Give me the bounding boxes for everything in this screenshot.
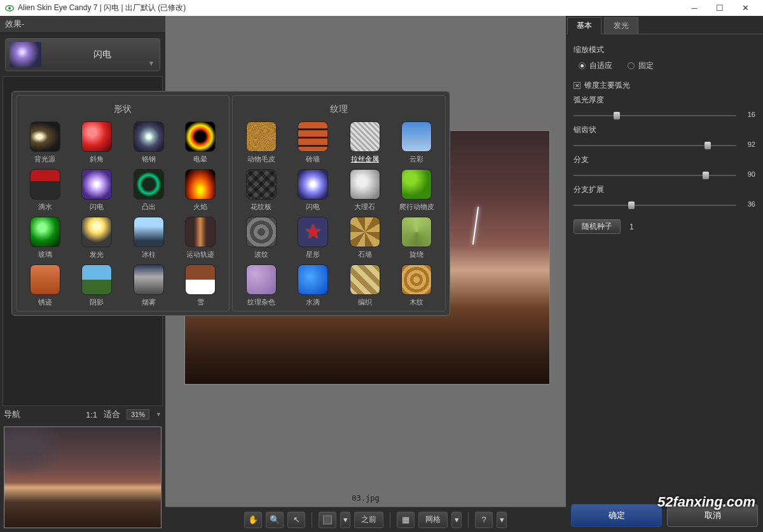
effect-ripple[interactable]: 波纹 — [237, 217, 286, 259]
effect-drip[interactable]: 滴水 — [20, 169, 70, 212]
tab-basic[interactable]: 基本 — [567, 17, 601, 34]
effect-label: 发光 — [90, 250, 104, 259]
effect-label: 拉丝金属 — [351, 154, 379, 164]
effect-swirl[interactable]: 旋绕 — [392, 217, 442, 259]
bevel-icon — [81, 121, 112, 152]
nav-label: 导航 — [4, 409, 20, 420]
effect-label: 电晕 — [193, 154, 207, 164]
effect-reptile[interactable]: 爬行动物皮 — [392, 169, 442, 212]
effect-selector[interactable]: 闪电 ▼ — [5, 38, 160, 71]
effect-diamond[interactable]: 花纹板 — [237, 169, 286, 212]
effect-rust[interactable]: 锈迹 — [20, 264, 70, 307]
effect-label: 雪 — [197, 297, 204, 307]
slider-arc-thickness[interactable]: 16 — [574, 111, 755, 121]
navigator-thumbnail[interactable] — [4, 426, 162, 528]
zoom-tool[interactable]: 🔍 — [266, 512, 284, 528]
slider-jagged[interactable]: 92 — [574, 140, 755, 151]
effect-cloud[interactable]: 云彩 — [392, 121, 442, 164]
effect-glass[interactable]: 玻璃 — [20, 217, 70, 259]
drip-icon — [30, 169, 60, 200]
weave-icon — [350, 264, 380, 295]
random-seed-button[interactable]: 随机种子 — [574, 219, 621, 234]
grid-toggle[interactable]: ▦ — [397, 512, 415, 528]
effect-label: 滴水 — [38, 202, 52, 212]
seed-value[interactable]: 1 — [629, 222, 634, 231]
effect-noise[interactable]: 纹理杂色 — [237, 264, 286, 307]
slider-branch[interactable]: 90 — [574, 170, 755, 181]
effect-metal[interactable]: 拉丝金属 — [340, 121, 390, 164]
effect-glow[interactable]: 发光 — [72, 217, 122, 259]
zoom-select[interactable]: 31% — [127, 409, 149, 419]
noise-icon — [246, 264, 277, 295]
marble-icon — [350, 169, 380, 200]
radio-fit[interactable]: 自适应 — [579, 60, 612, 71]
hand-tool[interactable]: ✋ — [244, 512, 262, 528]
window-title: Alien Skin Eye Candy 7 | 闪电 | 出厂默认 (已修改) — [18, 3, 186, 13]
background-color[interactable] — [319, 512, 336, 528]
corona-icon — [185, 121, 216, 152]
effect-label: 烟雾 — [142, 297, 156, 307]
settings-panel: 基本 发光 缩放模式 自适应 固定 ✕锥度主要弧光 弧光厚度 16 锯齿状 92… — [566, 16, 763, 532]
metal-icon — [350, 121, 380, 152]
cloud-icon — [401, 121, 432, 152]
effect-weave[interactable]: 编织 — [340, 264, 390, 307]
minimize-button[interactable]: ─ — [682, 3, 707, 13]
nav-fit[interactable]: 适合 — [104, 409, 120, 420]
effect-label: 云彩 — [409, 154, 423, 164]
before-button[interactable]: 之前 — [354, 512, 383, 528]
lightning-icon — [10, 42, 41, 67]
fire-icon — [185, 169, 216, 200]
background-menu[interactable]: ▾ — [340, 512, 350, 528]
nav-ratio[interactable]: 1:1 — [86, 410, 97, 419]
close-button[interactable]: ✕ — [732, 3, 758, 13]
checkbox-taper[interactable]: ✕锥度主要弧光 — [574, 80, 755, 91]
diamond-icon — [246, 169, 277, 200]
zoom-chevron-icon[interactable]: ▼ — [156, 411, 162, 418]
effect-corona[interactable]: 电晕 — [176, 121, 226, 164]
glow-icon — [81, 217, 112, 247]
effect-snow[interactable]: 雪 — [176, 264, 226, 307]
effect-stone[interactable]: 石墙 — [340, 217, 390, 259]
effect-picker-popup: 形状 背光源斜角铬钢电晕滴水闪电凸出火焰玻璃发光冰柱运动轨迹锈迹阴影烟雾雪 纹理… — [11, 91, 450, 316]
stone-icon — [350, 217, 380, 247]
effect-fur[interactable]: 动物毛皮 — [237, 121, 286, 164]
effect-brick[interactable]: 砖墙 — [289, 121, 338, 164]
effect-star[interactable]: 星形 — [289, 217, 338, 259]
effect-label: 大理石 — [354, 202, 375, 212]
tab-glow[interactable]: 发光 — [604, 17, 638, 34]
effect-marble[interactable]: 大理石 — [340, 169, 390, 212]
effect-shadow[interactable]: 阴影 — [72, 264, 122, 307]
effect-backlight[interactable]: 背光源 — [20, 121, 70, 164]
effect-icicle[interactable]: 冰柱 — [124, 217, 174, 259]
effect-fire[interactable]: 火焰 — [176, 169, 226, 212]
ok-button[interactable]: 确定 — [571, 504, 662, 527]
effect-water[interactable]: 水滴 — [289, 264, 338, 307]
pointer-tool[interactable]: ↖ — [287, 512, 305, 528]
effect-tlightning[interactable]: 闪电 — [289, 169, 338, 212]
slider-branch-spread[interactable]: 36 — [574, 200, 755, 210]
effect-extrude[interactable]: 凸出 — [124, 169, 174, 212]
effect-label: 动物毛皮 — [247, 154, 275, 164]
ripple-icon — [246, 217, 277, 247]
help-menu[interactable]: ▾ — [497, 512, 507, 528]
lightning-icon — [81, 169, 112, 200]
grid-menu[interactable]: ▾ — [451, 512, 462, 528]
effect-motion[interactable]: 运动轨迹 — [176, 217, 226, 259]
effect-smoke[interactable]: 烟雾 — [124, 264, 174, 307]
effect-wood[interactable]: 木纹 — [392, 264, 442, 307]
radio-fixed[interactable]: 固定 — [628, 60, 654, 71]
shape-col-title: 形状 — [20, 100, 225, 121]
effect-label: 锈迹 — [38, 297, 52, 307]
effect-lightning[interactable]: 闪电 — [72, 169, 122, 212]
slider3-label: 分支 — [574, 154, 755, 165]
effect-bevel[interactable]: 斜角 — [72, 121, 122, 164]
effect-label: 编织 — [358, 297, 372, 307]
extrude-icon — [134, 169, 164, 200]
effect-chrome[interactable]: 铬钢 — [124, 121, 174, 164]
help-button[interactable]: ? — [475, 512, 493, 528]
grid-label[interactable]: 网格 — [418, 512, 448, 528]
brick-icon — [298, 121, 328, 152]
maximize-button[interactable]: ☐ — [707, 3, 732, 13]
chrome-icon — [134, 121, 164, 152]
filename-label: 03.jpg — [165, 494, 566, 503]
